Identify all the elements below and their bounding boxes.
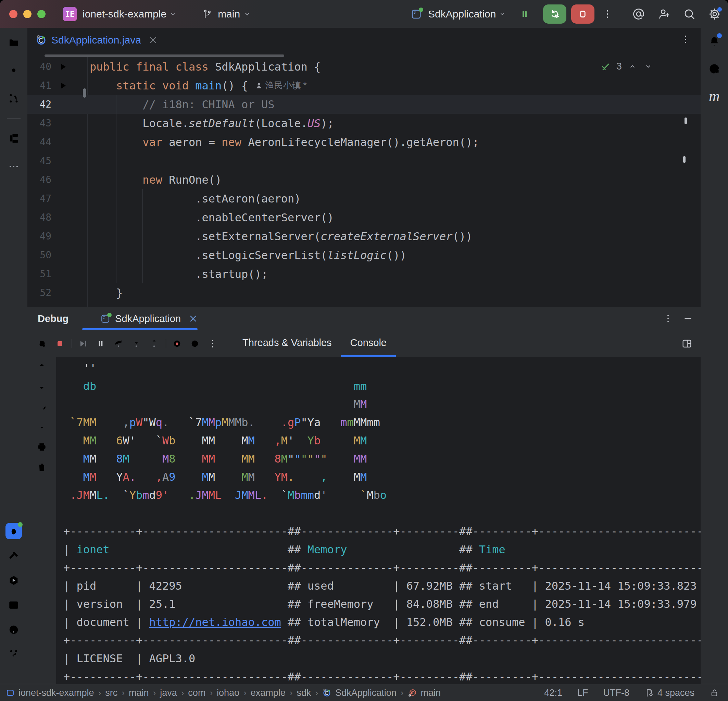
print-icon[interactable] xyxy=(36,441,48,453)
line-separator[interactable]: LF xyxy=(577,688,588,698)
debug-options-kebab-icon[interactable] xyxy=(663,313,673,323)
code-line-50[interactable]: 50 .setLogicServerList(listLogic()) xyxy=(27,246,701,265)
chevron-down-icon xyxy=(498,10,507,19)
pause-button[interactable] xyxy=(519,8,531,20)
breadcrumb-item[interactable]: src xyxy=(105,688,117,698)
close-session-icon[interactable] xyxy=(188,313,199,324)
code-with-me-icon[interactable] xyxy=(657,7,670,20)
file-encoding[interactable]: UTF-8 xyxy=(603,688,629,698)
caret-position[interactable]: 42:1 xyxy=(544,688,562,698)
author-person-icon xyxy=(255,81,263,90)
editor-tab-bar: SdkApplication.java xyxy=(27,28,701,52)
debug-view-tab-threads-variables[interactable]: Threads & Variables xyxy=(233,330,341,357)
stop-icon[interactable] xyxy=(53,337,67,350)
layout-settings-icon[interactable] xyxy=(682,338,692,349)
tool-window-project-icon[interactable] xyxy=(6,34,22,51)
code-line-51[interactable]: 51 .startup(); xyxy=(27,265,701,283)
step-over-icon[interactable] xyxy=(112,337,125,350)
tool-window-structure-icon[interactable] xyxy=(6,130,22,147)
settings-gear-icon[interactable] xyxy=(708,7,721,20)
minimize-panel-icon[interactable] xyxy=(683,313,693,323)
editor-options-kebab-icon[interactable] xyxy=(680,34,691,45)
tool-window-pull-requests-icon[interactable] xyxy=(6,90,22,107)
editor-tab[interactable]: SdkApplication.java xyxy=(36,28,159,52)
close-window-button[interactable] xyxy=(9,10,17,18)
resume-program-icon[interactable] xyxy=(76,337,90,350)
code-line-46[interactable]: 46 new RunOne() xyxy=(27,170,701,189)
run-configuration-selector[interactable]: SdkApplication xyxy=(410,8,507,20)
pause-program-icon[interactable] xyxy=(94,337,107,350)
tool-window-services-icon[interactable] xyxy=(6,572,22,589)
console-line: | document | http://net.iohao.com ## tot… xyxy=(64,613,701,631)
minimize-window-button[interactable] xyxy=(23,10,32,18)
breadcrumb-item[interactable]: com xyxy=(188,688,205,698)
tool-window-ai-assistant-icon[interactable] xyxy=(706,61,722,77)
stop-button[interactable] xyxy=(571,4,594,24)
console-output[interactable]: '' db mm MM `7MM ,pW"Wq. `7MMpMMMb. .gP"… xyxy=(56,357,701,684)
run-line-play-icon[interactable] xyxy=(57,61,69,73)
close-tab-icon[interactable] xyxy=(147,34,159,46)
debug-view-tab-console[interactable]: Console xyxy=(341,330,396,357)
zoom-window-button[interactable] xyxy=(37,10,46,18)
editor-area[interactable]: SdkApplication.java 3 40public final cla… xyxy=(27,28,701,307)
breadcrumb-item[interactable]: SdkApplication xyxy=(322,688,397,698)
code-line-52[interactable]: 52 } xyxy=(27,283,701,302)
scroll-to-end-icon[interactable] xyxy=(36,421,48,433)
scroll-down-icon[interactable] xyxy=(36,380,48,393)
tool-window-version-control-icon[interactable] xyxy=(6,646,22,663)
tool-window-problems-icon[interactable] xyxy=(6,621,22,638)
rerun-debug-icon[interactable] xyxy=(35,337,49,350)
step-into-icon[interactable] xyxy=(129,337,143,350)
branch-widget[interactable]: main xyxy=(202,8,252,20)
more-debug-options-icon[interactable] xyxy=(206,337,220,350)
breadcrumb-item[interactable]: java xyxy=(160,688,177,698)
tool-window-commit-icon[interactable] xyxy=(6,62,22,78)
view-breakpoints-icon[interactable] xyxy=(170,337,184,350)
breadcrumb-item[interactable]: example xyxy=(251,688,286,698)
tool-window-build-icon[interactable] xyxy=(6,547,22,564)
gutter-handle[interactable] xyxy=(83,88,86,98)
code-line-42[interactable]: 42 // i18n: CHINA or US xyxy=(27,95,701,114)
unlock-icon[interactable] xyxy=(709,688,719,698)
clear-all-icon[interactable] xyxy=(36,461,48,474)
breadcrumb-item[interactable]: iohao xyxy=(217,688,239,698)
search-everywhere-icon[interactable] xyxy=(683,7,696,20)
soft-wrap-icon[interactable] xyxy=(36,401,48,413)
code-line-45[interactable]: 45 xyxy=(27,151,701,170)
breadcrumb-item[interactable]: main xyxy=(408,688,441,698)
console-line: +----------+----------------------##----… xyxy=(64,631,701,650)
toolbar-divider xyxy=(7,118,20,119)
step-out-icon[interactable] xyxy=(147,337,161,350)
tool-window-maven-icon[interactable]: m xyxy=(706,88,722,104)
code-line-44[interactable]: 44 var aeron = new AeronLifecycleManager… xyxy=(27,133,701,151)
horizontal-scrollbar-thumb[interactable] xyxy=(45,55,284,57)
document-link[interactable]: http://net.iohao.com xyxy=(149,616,281,629)
code-line-49[interactable]: 49 .setExternalServer(createExternalServ… xyxy=(27,227,701,246)
breadcrumb-item[interactable]: ionet-sdk-example xyxy=(6,688,94,698)
ai-actions-icon[interactable] xyxy=(632,7,645,20)
code-line-41[interactable]: 41 static void main() {渔民小镇 * xyxy=(27,76,701,95)
tool-window-terminal-icon[interactable] xyxy=(6,597,22,613)
inlay-hint[interactable]: 渔民小镇 * xyxy=(255,80,306,91)
breadcrumb-item[interactable]: main xyxy=(129,688,149,698)
rerun-debug-button[interactable] xyxy=(543,4,566,24)
tool-window-debug-icon[interactable] xyxy=(6,523,22,539)
indent-setting[interactable]: 4 spaces xyxy=(644,688,695,698)
code-line-47[interactable]: 47 .setAeron(aeron) xyxy=(27,189,701,208)
run-line-play-icon[interactable] xyxy=(57,80,69,92)
classicon-icon xyxy=(322,688,332,698)
mute-breakpoints-icon[interactable] xyxy=(188,337,202,350)
gutter-spacer xyxy=(57,98,69,111)
code-line-40[interactable]: 40public final class SdkApplication { xyxy=(27,57,701,76)
breadcrumb-item[interactable]: sdk xyxy=(297,688,311,698)
more-actions-kebab-icon[interactable] xyxy=(602,9,613,20)
project-selector[interactable]: ionet-sdk-example xyxy=(82,8,166,20)
scroll-up-icon[interactable] xyxy=(36,360,48,372)
code-line-48[interactable]: 48 .enableCenterServer() xyxy=(27,208,701,227)
notification-dot xyxy=(717,33,722,38)
code-line-43[interactable]: 43 Locale.setDefault(Locale.US); xyxy=(27,114,701,133)
tool-window-more-tool-windows-icon[interactable] xyxy=(6,158,22,175)
debug-session-tab[interactable]: SdkApplication xyxy=(100,307,199,330)
tool-window-notifications-icon[interactable] xyxy=(706,33,722,50)
gutter-spacer xyxy=(57,136,69,148)
